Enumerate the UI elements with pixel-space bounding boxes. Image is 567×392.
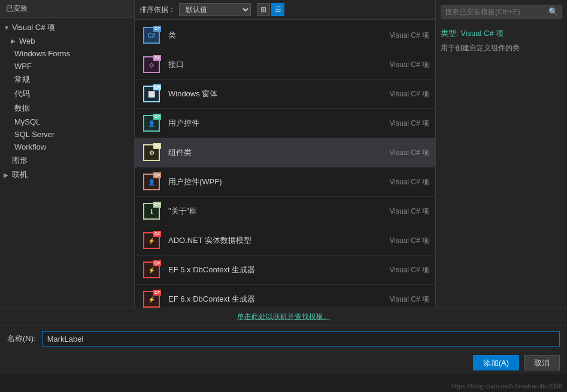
template-name: ADO.NET 实体数据模型: [168, 235, 384, 246]
arrow-visual-csharp: [4, 25, 11, 31]
cs-badge: C#: [153, 172, 161, 178]
cs-badge: C#: [153, 202, 161, 208]
name-label: 名称(N):: [7, 333, 36, 344]
template-tag: Visual C# 项: [390, 206, 429, 217]
view-buttons: ⊞ ☰: [257, 3, 284, 16]
template-icon-ef5: ⚡ C#: [141, 259, 162, 281]
cs-badge: C#: [153, 114, 161, 120]
middle-panel: 排序依据： 默认值 名称 类型 ⊞ ☰ C# C# 类 Visual C: [135, 0, 435, 308]
template-icon-component: ⚙ C#: [141, 142, 162, 163]
tree-item-changgui[interactable]: 常规: [7, 72, 134, 87]
template-icon-userctrl: 👤 C#: [141, 113, 162, 134]
tree-label-visual-csharp: Visual C# 项: [12, 22, 55, 33]
template-item[interactable]: C# C# 类 Visual C# 项: [135, 21, 435, 50]
cs-badge: C#: [153, 26, 161, 32]
tree-item-workflow[interactable]: Workflow: [7, 141, 134, 153]
template-tag: Visual C# 项: [390, 148, 429, 158]
tree-item-sqlserver[interactable]: SQL Server: [7, 128, 134, 141]
search-input[interactable]: [445, 8, 548, 16]
template-icon-ado: ⚡ C#: [141, 230, 162, 251]
template-item[interactable]: 👤 C# 用户控件 Visual C# 项: [135, 109, 435, 138]
template-icon-window: ⬜ C#: [141, 83, 162, 105]
template-item[interactable]: ⚡ C# EF 5.x DbContext 生成器 Visual C# 项: [135, 256, 435, 285]
template-icon-interface: ◇ C#: [141, 54, 162, 75]
cs-badge: C#: [153, 143, 161, 149]
template-icon-class: C# C#: [141, 25, 162, 46]
template-item[interactable]: ⬜ C# Windows 窗体 Visual C# 项: [135, 80, 435, 109]
tree-item-visual-csharp[interactable]: Visual C# 项: [0, 20, 134, 35]
online-link[interactable]: 单击此处以联机并查找模板。: [237, 312, 331, 321]
template-item[interactable]: ⚡ C# EF 6.x DbContext 生成器 Visual C# 项: [135, 285, 435, 308]
template-item[interactable]: ⚡ C# ADO.NET 实体数据模型 Visual C# 项: [135, 226, 435, 256]
template-tag: Visual C# 项: [390, 177, 429, 187]
template-name: EF 6.x DbContext 生成器: [168, 294, 384, 305]
template-tag: Visual C# 项: [390, 294, 429, 305]
add-button[interactable]: 添加(A): [473, 355, 519, 370]
name-input[interactable]: [42, 331, 560, 347]
arrow-web: [11, 38, 18, 44]
tree-label-tuxing: 图形: [12, 155, 28, 166]
tree-item-windowsforms[interactable]: Windows Forms: [7, 47, 134, 60]
template-name: 组件类: [168, 147, 384, 158]
cs-badge: C#: [153, 55, 161, 61]
tree-label-lianji: 联机: [12, 169, 28, 180]
tree-item-wpf[interactable]: WPF: [7, 60, 134, 72]
template-item[interactable]: ⚙ C# 组件类 Visual C# 项: [135, 138, 435, 168]
template-tag: Visual C# 项: [390, 60, 429, 70]
template-icon-about: ℹ C#: [141, 200, 162, 222]
cs-badge: C#: [153, 290, 161, 296]
toolbar: 排序依据： 默认值 名称 类型 ⊞ ☰: [135, 0, 435, 20]
view-grid-button[interactable]: ⊞: [257, 3, 270, 16]
template-name: 用户控件(WPF): [168, 177, 384, 187]
tree-item-tuxing[interactable]: 图形: [0, 153, 134, 168]
sort-select[interactable]: 默认值 名称 类型: [179, 3, 251, 16]
arrow-lianji: [4, 172, 11, 178]
view-list-button[interactable]: ☰: [271, 3, 284, 16]
button-row: 添加(A) 取消: [0, 351, 567, 374]
template-tag: Visual C# 项: [390, 265, 429, 275]
tree-label-web: Web: [19, 37, 35, 45]
template-item[interactable]: ℹ C# "关于"框 Visual C# 项: [135, 197, 435, 226]
template-name: "关于"框: [168, 206, 384, 217]
right-panel: 🔍 类型: Visual C# 项 用于创建自定义组件的类: [435, 0, 567, 308]
template-tag: Visual C# 项: [390, 118, 429, 129]
tree-item-web[interactable]: Web: [7, 35, 134, 47]
template-icon-ef6: ⚡ C#: [141, 288, 162, 308]
cs-badge: C#: [153, 260, 161, 266]
template-name: 接口: [168, 59, 384, 70]
tree-item-data[interactable]: 数据: [7, 101, 134, 116]
type-label: 类型: Visual C# 项: [441, 28, 562, 39]
template-name: 用户控件: [168, 118, 384, 129]
tree-children-visual-csharp: Web Windows Forms WPF 常规 代码 数据 MySQL SQL…: [0, 35, 134, 153]
dialog-bottom: 单击此处以联机并查找模板。 名称(N): 添加(A) 取消: [0, 308, 567, 374]
template-icon-wpf: 👤 C#: [141, 171, 162, 193]
cs-badge: C#: [153, 84, 161, 90]
template-tag: Visual C# 项: [390, 236, 429, 246]
items-list: C# C# 类 Visual C# 项 ◇ C# 接口 Visual C# 项 …: [135, 20, 435, 308]
cs-badge: C#: [153, 231, 161, 237]
tree-item-mysql[interactable]: MySQL: [7, 116, 134, 128]
sort-label: 排序依据：: [140, 5, 175, 15]
template-name: Windows 窗体: [168, 89, 384, 99]
search-icon[interactable]: 🔍: [548, 7, 558, 16]
online-link-row: 单击此处以联机并查找模板。: [0, 308, 567, 326]
template-name: 类: [168, 30, 384, 41]
right-info: 类型: Visual C# 项 用于创建自定义组件的类: [441, 28, 562, 53]
description: 用于创建自定义组件的类: [441, 42, 562, 53]
template-item[interactable]: 👤 C# 用户控件(WPF) Visual C# 项: [135, 168, 435, 197]
installed-header: 已安装: [0, 0, 134, 18]
tree-container: Visual C# 项 Web Windows Forms WPF 常规 代码 …: [0, 18, 134, 308]
template-name: EF 5.x DbContext 生成器: [168, 265, 384, 275]
watermark: https://blog.csdn.net/chinaherolts2008: [451, 382, 562, 390]
name-row: 名称(N):: [0, 326, 567, 351]
tree-item-lianji[interactable]: 联机: [0, 168, 134, 182]
left-panel: 已安装 Visual C# 项 Web Windows Forms WPF 常规…: [0, 0, 135, 308]
template-tag: Visual C# 项: [390, 31, 429, 41]
template-tag: Visual C# 项: [390, 89, 429, 99]
search-box: 🔍: [441, 5, 562, 19]
tree-item-code[interactable]: 代码: [7, 87, 134, 101]
template-item[interactable]: ◇ C# 接口 Visual C# 项: [135, 50, 435, 80]
cancel-button[interactable]: 取消: [524, 355, 560, 370]
